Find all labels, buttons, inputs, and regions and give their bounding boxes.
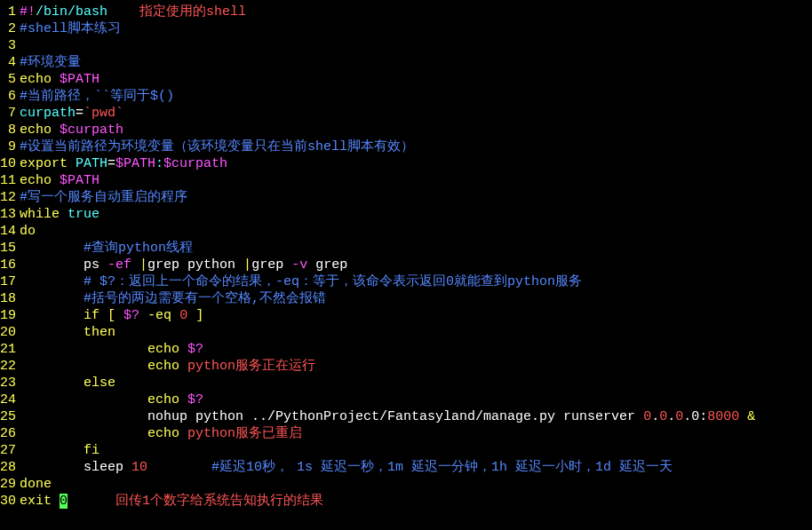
line-number: 10 bbox=[0, 155, 20, 172]
line-content[interactable]: # $?：返回上一个命令的结果，-eq：等于，该命令表示返回0就能查到pytho… bbox=[20, 273, 812, 290]
line-content[interactable]: echo python服务正在运行 bbox=[20, 358, 812, 375]
code-line[interactable]: 3 bbox=[0, 37, 812, 54]
token: 0 bbox=[179, 308, 187, 323]
code-line[interactable]: 9#设置当前路径为环境变量（该环境变量只在当前shell脚本有效） bbox=[0, 138, 812, 155]
line-content[interactable]: while true bbox=[20, 206, 812, 223]
line-content[interactable]: export PATH=$PATH:$curpath bbox=[20, 155, 812, 172]
line-content[interactable]: #环境变量 bbox=[20, 54, 812, 71]
line-content[interactable]: ps -ef |grep python |grep -v grep bbox=[20, 257, 812, 273]
token: then bbox=[84, 325, 115, 340]
code-line[interactable]: 2#shell脚本练习 bbox=[0, 20, 812, 37]
code-line[interactable]: 15 #查询python线程 bbox=[0, 240, 812, 257]
token: #shell脚本练习 bbox=[20, 21, 121, 36]
code-line[interactable]: 6#当前路径，``等同于$() bbox=[0, 88, 812, 105]
token: # $?：返回上一个命令的结果，-eq：等于，该命令表示返回0就能查到pytho… bbox=[84, 274, 582, 289]
token: python服务已重启 bbox=[187, 426, 302, 441]
line-content[interactable]: #设置当前路径为环境变量（该环境变量只在当前shell脚本有效） bbox=[20, 138, 812, 155]
line-content[interactable]: echo $? bbox=[20, 341, 812, 358]
token: 0 bbox=[675, 409, 683, 424]
code-line[interactable]: 27 fi bbox=[0, 442, 812, 459]
code-line[interactable]: 7curpath=`pwd` bbox=[0, 105, 812, 122]
line-content[interactable]: #写一个服务自动重启的程序 bbox=[20, 189, 812, 206]
line-content[interactable]: #括号的两边需要有一个空格,不然会报错 bbox=[20, 290, 812, 307]
code-line[interactable]: 1#!/bin/bash 指定使用的shell bbox=[0, 4, 812, 20]
code-editor[interactable]: 1#!/bin/bash 指定使用的shell2#shell脚本练习34#环境变… bbox=[0, 4, 812, 510]
code-line[interactable]: 8echo $curpath bbox=[0, 122, 812, 138]
line-content[interactable]: echo $PATH bbox=[20, 71, 812, 88]
token: = bbox=[76, 106, 84, 121]
line-content[interactable]: do bbox=[20, 223, 812, 240]
line-content[interactable]: echo python服务已重启 bbox=[20, 425, 812, 442]
line-content[interactable]: exit 0 回传1个数字给系统告知执行的结果 bbox=[20, 493, 812, 510]
line-content[interactable]: #查询python线程 bbox=[20, 240, 812, 257]
code-line[interactable]: 17 # $?：返回上一个命令的结果，-eq：等于，该命令表示返回0就能查到py… bbox=[0, 273, 812, 290]
code-line[interactable]: 19 if [ $? -eq 0 ] bbox=[0, 307, 812, 324]
code-line[interactable]: 20 then bbox=[0, 324, 812, 341]
code-line[interactable]: 13while true bbox=[0, 206, 812, 223]
line-content[interactable] bbox=[20, 37, 812, 54]
token: $curpath bbox=[163, 156, 227, 171]
token: echo bbox=[147, 342, 179, 357]
token: done bbox=[20, 477, 52, 492]
code-line[interactable]: 24 echo $? bbox=[0, 392, 812, 408]
line-content[interactable]: #shell脚本练习 bbox=[20, 20, 812, 37]
token: | bbox=[243, 257, 251, 273]
line-content[interactable]: echo $PATH bbox=[20, 172, 812, 189]
token: do bbox=[20, 224, 36, 239]
token: if bbox=[84, 308, 100, 323]
token: while bbox=[20, 207, 60, 222]
line-number: 8 bbox=[0, 122, 20, 138]
code-line[interactable]: 28 sleep 10 #延迟10秒， 1s 延迟一秒，1m 延迟一分钟，1h … bbox=[0, 459, 812, 476]
code-line[interactable]: 12#写一个服务自动重启的程序 bbox=[0, 189, 812, 206]
code-line[interactable]: 11echo $PATH bbox=[0, 172, 812, 189]
line-number: 1 bbox=[0, 4, 20, 20]
line-content[interactable]: if [ $? -eq 0 ] bbox=[20, 307, 812, 324]
token bbox=[52, 123, 60, 138]
line-content[interactable]: done bbox=[20, 476, 812, 493]
token: ps bbox=[20, 257, 107, 273]
token: sleep bbox=[20, 460, 131, 475]
code-line[interactable]: 18 #括号的两边需要有一个空格,不然会报错 bbox=[0, 290, 812, 307]
line-content[interactable]: sleep 10 #延迟10秒， 1s 延迟一秒，1m 延迟一分钟，1h 延迟一… bbox=[20, 459, 812, 476]
token: #括号的两边需要有一个空格,不然会报错 bbox=[84, 291, 326, 306]
code-line[interactable]: 16 ps -ef |grep python |grep -v grep bbox=[0, 257, 812, 273]
line-content[interactable]: #当前路径，``等同于$() bbox=[20, 88, 812, 105]
code-line[interactable]: 14do bbox=[0, 223, 812, 240]
token: #查询python线程 bbox=[84, 241, 193, 256]
code-line[interactable]: 21 echo $? bbox=[0, 341, 812, 358]
line-content[interactable]: then bbox=[20, 324, 812, 341]
line-content[interactable]: nohup python ../PythonProject/Fantasylan… bbox=[20, 408, 812, 425]
line-number: 25 bbox=[0, 408, 20, 425]
code-line[interactable]: 5echo $PATH bbox=[0, 71, 812, 88]
token: #写一个服务自动重启的程序 bbox=[20, 190, 187, 205]
token bbox=[68, 156, 76, 171]
token: .0: bbox=[683, 409, 707, 424]
line-content[interactable]: else bbox=[20, 375, 812, 392]
token: 0 bbox=[643, 409, 651, 424]
token bbox=[20, 443, 84, 458]
token: nohup python ../PythonProject/Fantasylan… bbox=[20, 409, 643, 424]
line-content[interactable]: fi bbox=[20, 442, 812, 459]
token: echo bbox=[147, 426, 179, 441]
code-line[interactable]: 30exit 0 回传1个数字给系统告知执行的结果 bbox=[0, 493, 812, 510]
line-number: 13 bbox=[0, 206, 20, 223]
line-content[interactable]: #!/bin/bash 指定使用的shell bbox=[20, 4, 812, 20]
line-number: 26 bbox=[0, 425, 20, 442]
code-line[interactable]: 23 else bbox=[0, 375, 812, 392]
token bbox=[52, 72, 60, 87]
line-content[interactable]: echo $? bbox=[20, 392, 812, 408]
token: 8000 bbox=[707, 409, 739, 424]
code-line[interactable]: 26 echo python服务已重启 bbox=[0, 425, 812, 442]
code-line[interactable]: 29done bbox=[0, 476, 812, 493]
token: python服务正在运行 bbox=[187, 359, 315, 374]
token: fi bbox=[84, 443, 100, 458]
line-number: 29 bbox=[0, 476, 20, 493]
line-number: 6 bbox=[0, 88, 20, 105]
token bbox=[20, 241, 84, 256]
line-content[interactable]: echo $curpath bbox=[20, 122, 812, 138]
code-line[interactable]: 25 nohup python ../PythonProject/Fantasy… bbox=[0, 408, 812, 425]
code-line[interactable]: 10export PATH=$PATH:$curpath bbox=[0, 155, 812, 172]
code-line[interactable]: 22 echo python服务正在运行 bbox=[0, 358, 812, 375]
code-line[interactable]: 4#环境变量 bbox=[0, 54, 812, 71]
line-content[interactable]: curpath=`pwd` bbox=[20, 105, 812, 122]
